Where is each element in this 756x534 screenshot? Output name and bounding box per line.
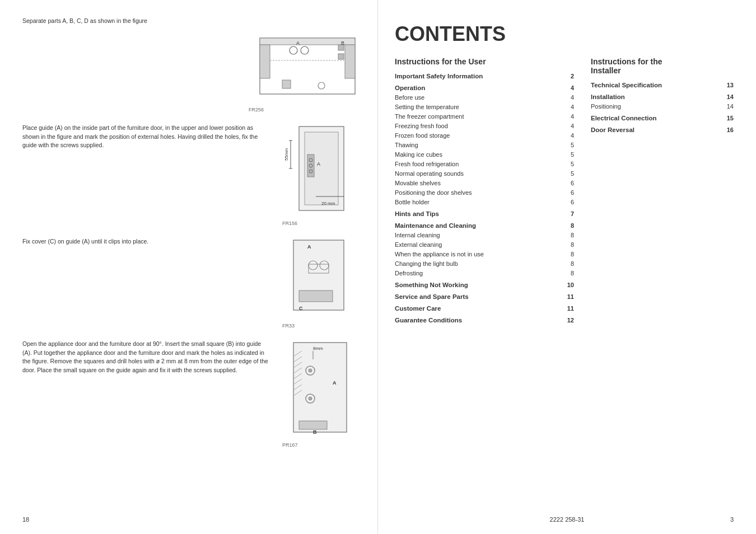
doc-code: 2222 258-31 bbox=[550, 516, 585, 523]
svg-text:8mm: 8mm bbox=[313, 346, 323, 351]
svg-text:B: B bbox=[341, 40, 344, 46]
toc-entry: Electrical Connection15 bbox=[591, 114, 734, 123]
toc-installer-entries: Technical Specification13Installation14P… bbox=[591, 81, 734, 135]
toc-entry-page: 10 bbox=[563, 282, 574, 288]
svg-text:55mm: 55mm bbox=[284, 148, 289, 161]
toc-entry: Making ice cubes5 bbox=[395, 150, 574, 160]
toc-entry-label: Installation bbox=[591, 93, 722, 100]
toc-entry-label: Operation bbox=[395, 85, 563, 91]
toc-entry: Service and Spare Parts11 bbox=[395, 292, 574, 302]
installer-section-heading: Instructions for the Installer bbox=[591, 57, 734, 75]
toc-entry-label: Service and Spare Parts bbox=[395, 293, 563, 300]
toc-entry-label: Frozen food storage bbox=[395, 132, 563, 139]
left-page: Separate parts A, B, C, D as shown in th… bbox=[0, 0, 378, 534]
figure-fr33: A C bbox=[282, 237, 361, 321]
svg-rect-9 bbox=[282, 80, 291, 88]
left-page-number: 18 bbox=[22, 516, 29, 523]
figure-pr167: 8mm A B bbox=[282, 340, 361, 441]
section-3-text: Fix cover (C) on guide (A) until it clip… bbox=[22, 237, 271, 246]
figure-fr156: 55mm A 20 mm bbox=[282, 124, 361, 219]
right-page-number: 3 bbox=[730, 516, 734, 523]
toc-entry-page: 4 bbox=[563, 123, 574, 129]
toc-entry-label: Something Not Working bbox=[395, 282, 563, 288]
toc-entry-page: 4 bbox=[563, 132, 574, 139]
section-2-text: Place guide (A) on the inside part of th… bbox=[22, 124, 271, 150]
toc-entry-label: Door Reversal bbox=[591, 127, 722, 133]
toc-entry-page: 11 bbox=[563, 305, 574, 312]
svg-rect-33 bbox=[293, 343, 347, 432]
svg-point-5 bbox=[301, 46, 309, 54]
toc-entry-label: Hints and Tips bbox=[395, 210, 563, 217]
toc-entry-label: Positioning the door shelves bbox=[395, 189, 563, 196]
toc-entry-page: 5 bbox=[563, 170, 574, 177]
toc-entry-page: 16 bbox=[722, 127, 734, 133]
section-4-text: Open the appliance door and the furnitur… bbox=[22, 340, 271, 375]
svg-text:A: A bbox=[317, 161, 320, 167]
toc-entry: Maintenance and Cleaning8 bbox=[395, 221, 574, 231]
toc-entry: Positioning14 bbox=[591, 102, 734, 111]
toc-entry: Positioning the door shelves6 bbox=[395, 188, 574, 198]
toc-entry-page: 13 bbox=[722, 82, 734, 88]
toc-entry-page: 6 bbox=[563, 180, 574, 186]
svg-rect-2 bbox=[260, 45, 270, 78]
toc-entry: Thawing5 bbox=[395, 140, 574, 150]
section-1-text: Separate parts A, B, C, D as shown in th… bbox=[22, 17, 361, 26]
toc-entry-page: 8 bbox=[563, 270, 574, 277]
toc-entry: Operation4 bbox=[395, 83, 574, 93]
installer-instructions-column: Instructions for the Installer Technical… bbox=[585, 57, 734, 325]
toc-entry: Door Reversal16 bbox=[591, 125, 734, 135]
toc-entry-label: Internal cleaning bbox=[395, 232, 563, 238]
svg-point-47 bbox=[309, 397, 312, 400]
toc-entry: Hints and Tips7 bbox=[395, 209, 574, 219]
svg-rect-8 bbox=[338, 54, 344, 59]
toc-entry-page: 8 bbox=[563, 251, 574, 257]
user-section-heading: Instructions for the User bbox=[395, 57, 574, 66]
figure-pr167-label: PR167 bbox=[282, 442, 298, 448]
svg-text:C: C bbox=[299, 306, 303, 311]
toc-entry: Something Not Working10 bbox=[395, 280, 574, 290]
section-1: Separate parts A, B, C, D as shown in th… bbox=[22, 17, 361, 113]
svg-text:20 mm: 20 mm bbox=[321, 201, 335, 206]
toc-entry-label: Movable shelves bbox=[395, 180, 563, 186]
toc-entry-label: Thawing bbox=[395, 142, 563, 148]
toc-entry-page: 14 bbox=[722, 93, 734, 100]
right-page: CONTENTS Instructions for the User Impor… bbox=[378, 0, 756, 534]
toc-entry: Important Safety Information2 bbox=[395, 72, 574, 81]
figure-fr256: A B bbox=[249, 32, 361, 105]
toc-entry: Changing the light bulb8 bbox=[395, 259, 574, 269]
toc-entry-label: Bottle holder bbox=[395, 199, 563, 205]
toc-entry-label: External cleaning bbox=[395, 241, 563, 248]
toc-entry-label: Normal operating sounds bbox=[395, 170, 563, 177]
toc-entry-page: 4 bbox=[563, 85, 574, 91]
toc-entry-label: Positioning bbox=[591, 103, 722, 110]
toc-entry: Technical Specification13 bbox=[591, 81, 734, 90]
toc-entry-label: Maintenance and Cleaning bbox=[395, 222, 563, 229]
toc-entry: Guarantee Conditions12 bbox=[395, 316, 574, 325]
toc-entry: Customer Care11 bbox=[395, 304, 574, 313]
toc-entry: Bottle holder6 bbox=[395, 198, 574, 207]
toc-entry: External cleaning8 bbox=[395, 240, 574, 250]
toc-entry: Fresh food refrigeration5 bbox=[395, 160, 574, 169]
toc-entry-page: 4 bbox=[563, 94, 574, 101]
toc-user-entries: Important Safety Information2Operation4B… bbox=[395, 72, 574, 325]
toc-entry-page: 2 bbox=[563, 73, 574, 79]
toc-entry-page: 8 bbox=[563, 241, 574, 248]
contents-columns: Instructions for the User Important Safe… bbox=[395, 57, 734, 325]
user-instructions-column: Instructions for the User Important Safe… bbox=[395, 57, 585, 325]
section-2: Place guide (A) on the inside part of th… bbox=[22, 124, 361, 226]
toc-entry-page: 5 bbox=[563, 142, 574, 148]
svg-rect-19 bbox=[307, 154, 314, 177]
toc-entry: Defrosting8 bbox=[395, 269, 574, 278]
toc-entry-label: Technical Specification bbox=[591, 82, 722, 88]
figure-fr33-label: FR33 bbox=[282, 323, 295, 329]
toc-entry-label: Changing the light bulb bbox=[395, 260, 563, 267]
toc-entry-page: 8 bbox=[563, 222, 574, 229]
figure-fr156-label: FR156 bbox=[282, 221, 297, 226]
toc-entry-label: Guarantee Conditions bbox=[395, 317, 563, 324]
toc-entry: Frozen food storage4 bbox=[395, 131, 574, 140]
section-1-diagram: A B FR256 bbox=[22, 32, 361, 113]
toc-entry-page: 11 bbox=[563, 293, 574, 300]
toc-entry-label: Fresh food refrigeration bbox=[395, 161, 563, 167]
svg-point-4 bbox=[290, 46, 297, 54]
toc-entry: Installation14 bbox=[591, 92, 734, 102]
